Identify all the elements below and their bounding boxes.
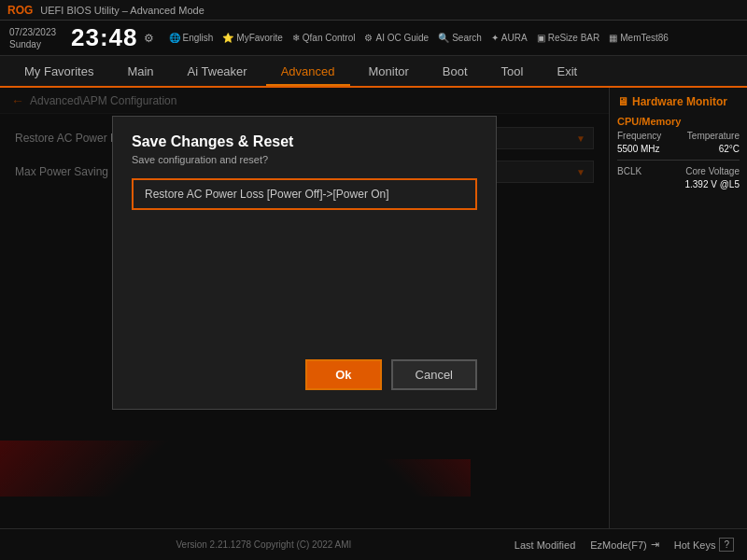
dialog-subtitle: Save configuration and reset? — [132, 154, 477, 165]
save-reset-dialog: Save Changes & Reset Save configuration … — [112, 116, 497, 410]
ezmode-label: EzMode(F7) — [590, 539, 647, 551]
date-line1: 07/23/2023 — [9, 26, 65, 38]
dialog-change-item: Restore AC Power Loss [Power Off]->[Powe… — [132, 178, 477, 210]
content-area: ← Advanced\APM Configuration Restore AC … — [0, 88, 609, 528]
hw-row-freq-value: 5500 MHz 62°C — [617, 144, 740, 154]
settings-gear-icon[interactable]: ⚙ — [144, 32, 154, 45]
last-modified-button[interactable]: Last Modified — [514, 539, 575, 551]
hardware-monitor-title: 🖥 Hardware Monitor — [617, 95, 740, 108]
core-voltage-value: 1.392 V @L5 — [684, 179, 740, 189]
time-display: 23:48 — [71, 23, 138, 52]
frequency-label: Frequency — [617, 131, 661, 141]
time-bar: 07/23/2023 Sunday 23:48 ⚙ 🌐 English ⭐ My… — [0, 21, 747, 56]
toolbar-search[interactable]: 🔍 Search — [438, 33, 482, 43]
hotkeys-button[interactable]: Hot Keys ? — [674, 538, 734, 552]
toolbar-memtest[interactable]: ▦ MemTest86 — [609, 33, 669, 43]
nav-main[interactable]: Main — [112, 59, 168, 84]
version-text: Version 2.21.1278 Copyright (C) 2022 AMI — [13, 539, 514, 550]
ezmode-button[interactable]: EzMode(F7) ⇥ — [590, 539, 659, 551]
main-area: ← Advanced\APM Configuration Restore AC … — [0, 88, 747, 528]
hw-row-bclk-label: BCLK Core Voltage — [617, 166, 740, 176]
hw-row-freq-label: Frequency Temperature — [617, 131, 740, 141]
hotkeys-help-icon: ? — [719, 538, 734, 552]
hw-divider — [617, 160, 740, 161]
nav-exit[interactable]: Exit — [542, 59, 592, 84]
toolbar-english[interactable]: 🌐 English — [169, 33, 214, 43]
header-bar: ROG UEFI BIOS Utility – Advanced Mode — [0, 0, 747, 21]
nav-monitor[interactable]: Monitor — [354, 59, 424, 84]
temperature-value: 62°C — [719, 144, 740, 154]
nav-tool[interactable]: Tool — [486, 59, 539, 84]
date-block: 07/23/2023 Sunday — [9, 26, 65, 50]
dialog-buttons: Ok Cancel — [132, 359, 477, 390]
nav-advanced[interactable]: Advanced — [266, 59, 350, 86]
dialog-overlay: Save Changes & Reset Save configuration … — [0, 88, 609, 528]
toolbar-qfan[interactable]: ❄ Qfan Control — [292, 33, 356, 43]
ezmode-icon: ⇥ — [651, 539, 659, 551]
monitor-icon: 🖥 — [617, 95, 628, 108]
rog-logo: ROG — [7, 4, 33, 17]
dialog-title: Save Changes & Reset — [132, 133, 477, 150]
toolbar-aioc[interactable]: ⚙ AI OC Guide — [364, 33, 429, 43]
ok-button[interactable]: Ok — [305, 359, 381, 390]
hw-row-voltage-value: 1.392 V @L5 — [617, 179, 740, 189]
temperature-label: Temperature — [687, 131, 740, 141]
nav-boot[interactable]: Boot — [428, 59, 483, 84]
cpu-memory-section-title: CPU/Memory — [617, 116, 740, 127]
nav-bar: My Favorites Main Ai Tweaker Advanced Mo… — [0, 56, 747, 88]
app-title: UEFI BIOS Utility – Advanced Mode — [40, 5, 204, 16]
toolbar-myfavorite[interactable]: ⭐ MyFavorite — [222, 33, 282, 43]
toolbar-resizebar[interactable]: ▣ ReSize BAR — [537, 33, 600, 43]
frequency-value: 5500 MHz — [617, 144, 660, 154]
toolbar-icons: 🌐 English ⭐ MyFavorite ❄ Qfan Control ⚙ … — [169, 33, 669, 43]
nav-my-favorites[interactable]: My Favorites — [9, 59, 108, 84]
status-bar: Version 2.21.1278 Copyright (C) 2022 AMI… — [0, 528, 747, 560]
hardware-monitor-sidebar: 🖥 Hardware Monitor CPU/Memory Frequency … — [609, 88, 747, 528]
nav-ai-tweaker[interactable]: Ai Tweaker — [173, 59, 262, 84]
status-right-items: Last Modified EzMode(F7) ⇥ Hot Keys ? — [514, 538, 734, 552]
core-voltage-label: Core Voltage — [685, 166, 740, 176]
bclk-label: BCLK — [617, 166, 641, 176]
toolbar-aura[interactable]: ✦ AURA — [491, 33, 528, 43]
hotkeys-label: Hot Keys — [674, 539, 716, 551]
cancel-button[interactable]: Cancel — [391, 359, 477, 390]
date-line2: Sunday — [9, 38, 65, 50]
